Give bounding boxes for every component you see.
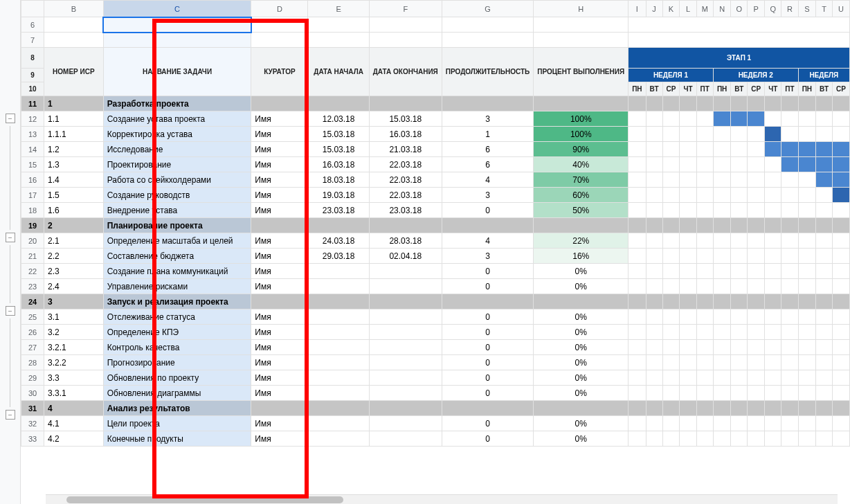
- col-header-F[interactable]: F: [369, 1, 442, 17]
- gantt-cell[interactable]: [696, 233, 713, 249]
- cell-task[interactable]: Анализ результатов: [103, 401, 251, 416]
- cell-wbs[interactable]: 4: [44, 401, 104, 416]
- cell-start[interactable]: 15.03.18: [308, 142, 369, 157]
- gantt-cell[interactable]: [765, 431, 781, 447]
- gantt-cell[interactable]: [629, 325, 646, 340]
- gantt-cell[interactable]: [731, 233, 748, 249]
- gantt-cell[interactable]: [765, 370, 781, 386]
- gantt-cell[interactable]: [713, 431, 730, 447]
- cell-duration[interactable]: 6: [442, 157, 534, 172]
- cell-task[interactable]: Управление рисками: [103, 279, 251, 294]
- gantt-cell[interactable]: [731, 309, 748, 325]
- gantt-cell[interactable]: [748, 188, 765, 203]
- cell-duration[interactable]: 0: [442, 309, 534, 325]
- gantt-cell[interactable]: [696, 355, 713, 370]
- gantt-cell[interactable]: [696, 203, 713, 218]
- col-header-M[interactable]: M: [696, 1, 713, 17]
- gantt-cell[interactable]: [748, 355, 765, 370]
- gantt-cell[interactable]: [833, 325, 850, 340]
- gantt-cell[interactable]: [731, 172, 748, 188]
- gantt-cell[interactable]: [748, 111, 765, 127]
- cell-end[interactable]: 28.03.18: [369, 233, 442, 249]
- gantt-cell[interactable]: [696, 142, 713, 157]
- cell-pct[interactable]: 0%: [534, 386, 629, 401]
- gantt-cell[interactable]: [765, 355, 781, 370]
- cell-task[interactable]: Создание плана коммуникаций: [103, 264, 251, 279]
- gantt-cell[interactable]: [798, 142, 815, 157]
- gantt-cell[interactable]: [765, 416, 781, 431]
- gantt-cell[interactable]: [748, 142, 765, 157]
- gantt-cell[interactable]: [781, 431, 798, 447]
- gantt-cell[interactable]: [765, 264, 781, 279]
- gantt-cell[interactable]: [765, 249, 781, 264]
- gantt-cell[interactable]: [696, 172, 713, 188]
- task-row[interactable]: 181.6Внедрение уставаИмя23.03.1823.03.18…: [21, 203, 850, 218]
- cell-task[interactable]: Работа со стейкхолдерами: [103, 172, 251, 188]
- cell-owner[interactable]: Имя: [251, 431, 308, 447]
- cell-pct[interactable]: 0%: [534, 355, 629, 370]
- cell-duration[interactable]: 0: [442, 416, 534, 431]
- gantt-cell[interactable]: [798, 157, 815, 172]
- gantt-cell[interactable]: [662, 355, 680, 370]
- gantt-cell[interactable]: [662, 431, 680, 447]
- gantt-cell[interactable]: [696, 325, 713, 340]
- gantt-cell[interactable]: [646, 188, 662, 203]
- gantt-cell[interactable]: [748, 325, 765, 340]
- col-header-R[interactable]: R: [781, 1, 798, 17]
- gantt-cell[interactable]: [798, 340, 815, 355]
- col-header-L[interactable]: L: [680, 1, 696, 17]
- gantt-cell[interactable]: [629, 279, 646, 294]
- cell-wbs[interactable]: 1.3: [44, 157, 104, 172]
- cell-end[interactable]: [369, 431, 442, 447]
- gantt-cell[interactable]: [696, 416, 713, 431]
- cell-task[interactable]: Запуск и реализация проекта: [103, 294, 251, 309]
- gantt-cell[interactable]: [646, 416, 662, 431]
- gantt-cell[interactable]: [816, 188, 833, 203]
- gantt-cell[interactable]: [629, 264, 646, 279]
- cell-wbs[interactable]: 4.2: [44, 431, 104, 447]
- gantt-cell[interactable]: [713, 127, 730, 142]
- cell-end[interactable]: 23.03.18: [369, 203, 442, 218]
- gantt-cell[interactable]: [662, 172, 680, 188]
- col-header-O[interactable]: O: [731, 1, 748, 17]
- cell-wbs[interactable]: 4.1: [44, 416, 104, 431]
- gantt-cell[interactable]: [816, 142, 833, 157]
- col-header-Q[interactable]: Q: [765, 1, 781, 17]
- outline-collapse-3[interactable]: –: [6, 306, 15, 316]
- task-row[interactable]: 232.4Управление рискамиИмя00%: [21, 279, 850, 294]
- gantt-cell[interactable]: [680, 127, 696, 142]
- cell-task[interactable]: Внедрение устава: [103, 203, 251, 218]
- gantt-cell[interactable]: [646, 127, 662, 142]
- cell-owner[interactable]: Имя: [251, 309, 308, 325]
- gantt-cell[interactable]: [748, 172, 765, 188]
- cell-pct[interactable]: 16%: [534, 249, 629, 264]
- cell-task[interactable]: Контроль качества: [103, 340, 251, 355]
- gantt-cell[interactable]: [798, 431, 815, 447]
- gantt-cell[interactable]: [646, 264, 662, 279]
- row-header[interactable]: 21: [21, 249, 44, 264]
- active-cell[interactable]: [103, 17, 251, 33]
- cell-owner[interactable]: Имя: [251, 325, 308, 340]
- gantt-cell[interactable]: [798, 370, 815, 386]
- gantt-cell[interactable]: [798, 203, 815, 218]
- cell-task[interactable]: Проектирование: [103, 157, 251, 172]
- cell-duration[interactable]: 1: [442, 127, 534, 142]
- gantt-cell[interactable]: [798, 264, 815, 279]
- row-header[interactable]: 24: [21, 294, 44, 309]
- row-header[interactable]: 23: [21, 279, 44, 294]
- gantt-cell[interactable]: [662, 111, 680, 127]
- gantt-cell[interactable]: [748, 157, 765, 172]
- cell-wbs[interactable]: 3.2.1: [44, 340, 104, 355]
- gantt-cell[interactable]: [696, 370, 713, 386]
- cell-start[interactable]: 18.03.18: [308, 172, 369, 188]
- cell-end[interactable]: 22.03.18: [369, 157, 442, 172]
- gantt-cell[interactable]: [646, 431, 662, 447]
- task-row[interactable]: 131.1.1Корректировка уставаИмя15.03.1816…: [21, 127, 850, 142]
- cell-end[interactable]: [369, 416, 442, 431]
- gantt-cell[interactable]: [731, 355, 748, 370]
- gantt-cell[interactable]: [798, 172, 815, 188]
- task-row[interactable]: 202.1Определение масштаба и целейИмя24.0…: [21, 233, 850, 249]
- cell-wbs[interactable]: 2.4: [44, 279, 104, 294]
- gantt-cell[interactable]: [662, 188, 680, 203]
- cell-duration[interactable]: 0: [442, 325, 534, 340]
